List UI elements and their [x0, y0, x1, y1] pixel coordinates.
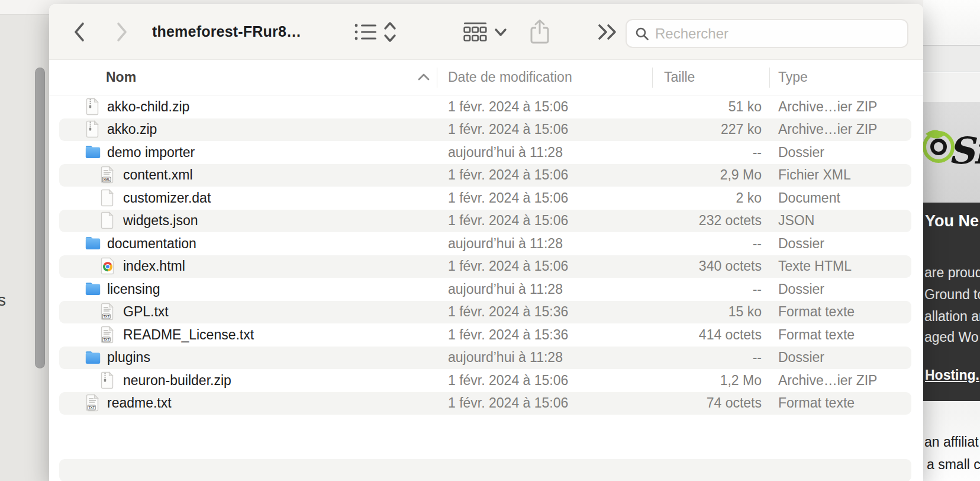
file-size: -- — [637, 347, 762, 370]
file-type: Format texte — [778, 392, 855, 415]
search-field[interactable]: Rechercher — [626, 19, 908, 48]
disclosure-chevron-icon[interactable] — [65, 141, 78, 164]
file-list: akko-child.zip 1 févr. 2024 à 15:06 51 k… — [49, 95, 923, 481]
file-type: Fichier XML — [778, 164, 851, 187]
column-header-type[interactable]: Type — [778, 60, 808, 95]
table-row[interactable]: demo importer aujourd’hui à 11:28 -- Dos… — [59, 141, 911, 164]
column-header-row: Nom Date de modification Taille Type — [49, 59, 923, 95]
group-by-icon — [463, 22, 487, 42]
column-header-name[interactable]: Nom — [106, 60, 136, 95]
file-name: akko-child.zip — [107, 95, 189, 118]
empty-row-stripe — [59, 459, 911, 481]
file-name: index.html — [123, 255, 185, 278]
back-button[interactable] — [72, 4, 87, 59]
window-title: themeforest-FRur8… — [152, 4, 301, 59]
background-scrollbar[interactable] — [35, 68, 45, 368]
file-size: -- — [637, 232, 762, 255]
list-view-icon — [354, 23, 377, 41]
file-date: 1 févr. 2024 à 15:36 — [448, 323, 568, 347]
group-by-menu-chevron[interactable] — [494, 4, 507, 59]
column-divider[interactable] — [652, 68, 653, 88]
txt-file-icon: TXT — [99, 301, 116, 324]
svg-text:XML: XML — [103, 178, 110, 182]
file-date: aujourd’hui à 11:28 — [448, 347, 563, 370]
group-by-button[interactable] — [463, 4, 487, 59]
table-row[interactable]: index.html 1 févr. 2024 à 15:06 340 octe… — [59, 255, 911, 278]
siteground-logo-banner: Site — [923, 102, 980, 203]
file-date: 1 févr. 2024 à 15:36 — [448, 301, 568, 324]
disclosure-chevron-icon[interactable] — [65, 278, 78, 301]
file-name: neuron-builder.zip — [123, 369, 231, 392]
disclosure-chevron-icon[interactable] — [65, 232, 78, 255]
background-browser-window: Site You Ne are proud Ground to allation… — [923, 0, 980, 481]
file-type: Archive…ier ZIP — [778, 95, 877, 118]
file-size: 227 ko — [637, 118, 762, 142]
zip-file-icon — [85, 118, 101, 142]
browser-footer-area: an affiliat a small c — [923, 401, 980, 481]
file-type: Format texte — [778, 323, 855, 347]
table-row[interactable]: TXT GPL.txt 1 févr. 2024 à 15:36 15 ko F… — [59, 301, 911, 324]
finder-toolbar: themeforest-FRur8… — [49, 4, 923, 59]
sort-direction-button[interactable] — [383, 4, 397, 59]
column-divider[interactable] — [437, 68, 437, 88]
column-header-size[interactable]: Taille — [664, 60, 695, 95]
disclosure-chevron-icon[interactable] — [65, 347, 78, 370]
file-name: content.xml — [123, 164, 193, 187]
file-name: GPL.txt — [123, 301, 169, 324]
folder-icon — [85, 141, 101, 164]
file-type: JSON — [778, 210, 814, 233]
chevron-down-icon — [494, 27, 507, 37]
table-row[interactable]: XML content.xml 1 févr. 2024 à 15:06 2,9… — [59, 164, 911, 187]
table-row[interactable]: akko.zip 1 févr. 2024 à 15:06 227 ko Arc… — [59, 118, 911, 142]
file-date: 1 févr. 2024 à 15:06 — [448, 187, 568, 210]
table-row[interactable]: customizer.dat 1 févr. 2024 à 15:06 2 ko… — [59, 187, 911, 210]
file-type: Document — [778, 187, 840, 210]
zip-file-icon — [99, 369, 116, 392]
svg-text:TXT: TXT — [88, 406, 95, 410]
file-type: Format texte — [778, 301, 855, 324]
more-toolbar-items-button[interactable] — [597, 4, 618, 59]
footer-text-line: an affiliat — [924, 434, 979, 450]
txt-file-icon: TXT — [99, 323, 116, 347]
panel-heading: You Ne — [925, 212, 979, 230]
share-icon — [530, 19, 550, 45]
xml-file-icon: XML — [99, 164, 116, 187]
file-size: 2 ko — [637, 187, 762, 210]
file-type: Archive…ier ZIP — [778, 118, 877, 142]
table-row[interactable]: documentation aujourd’hui à 11:28 -- Dos… — [59, 232, 911, 255]
list-view-button[interactable] — [354, 4, 377, 59]
table-row[interactable]: licensing aujourd’hui à 11:28 -- Dossier — [59, 278, 911, 301]
file-name: demo importer — [107, 141, 195, 164]
svg-text:TXT: TXT — [103, 338, 109, 341]
zip-file-icon — [85, 95, 101, 118]
table-row[interactable]: akko-child.zip 1 févr. 2024 à 15:06 51 k… — [59, 95, 911, 118]
file-type: Dossier — [778, 232, 824, 255]
column-header-date[interactable]: Date de modification — [448, 60, 572, 95]
table-row[interactable]: TXT README_License.txt 1 févr. 2024 à 15… — [59, 323, 911, 347]
browser-subtoolbar-strip — [923, 73, 980, 102]
table-row[interactable]: TXT readme.txt 1 févr. 2024 à 15:06 74 o… — [59, 392, 911, 415]
table-row[interactable]: widgets.json 1 févr. 2024 à 15:06 232 oc… — [59, 210, 911, 233]
forward-button[interactable] — [114, 4, 130, 59]
browser-dark-panel: You Ne are proud Ground to allation an a… — [923, 203, 980, 401]
file-size: -- — [637, 278, 762, 301]
file-size: 1,2 Mo — [637, 369, 762, 392]
column-divider[interactable] — [769, 68, 770, 88]
table-row[interactable]: neuron-builder.zip 1 févr. 2024 à 15:06 … — [59, 369, 911, 392]
file-date: aujourd’hui à 11:28 — [448, 141, 563, 164]
panel-text-line: Ground to — [924, 287, 980, 303]
hosting-link[interactable]: Hosting. — [925, 367, 979, 383]
share-button[interactable] — [530, 4, 550, 59]
double-chevron-right-icon — [597, 23, 618, 41]
search-icon — [635, 27, 649, 41]
table-row[interactable]: plugins aujourd’hui à 11:28 -- Dossier — [59, 347, 911, 370]
clipped-text: s — [0, 291, 6, 310]
file-date: 1 févr. 2024 à 15:06 — [448, 118, 568, 142]
chevron-left-icon — [72, 21, 87, 43]
file-date: 1 févr. 2024 à 15:06 — [448, 255, 568, 278]
doc-file-icon — [99, 187, 116, 210]
file-name: licensing — [107, 278, 160, 301]
file-date: aujourd’hui à 11:28 — [448, 278, 563, 301]
folder-icon — [85, 232, 101, 255]
file-type: Dossier — [778, 347, 824, 370]
